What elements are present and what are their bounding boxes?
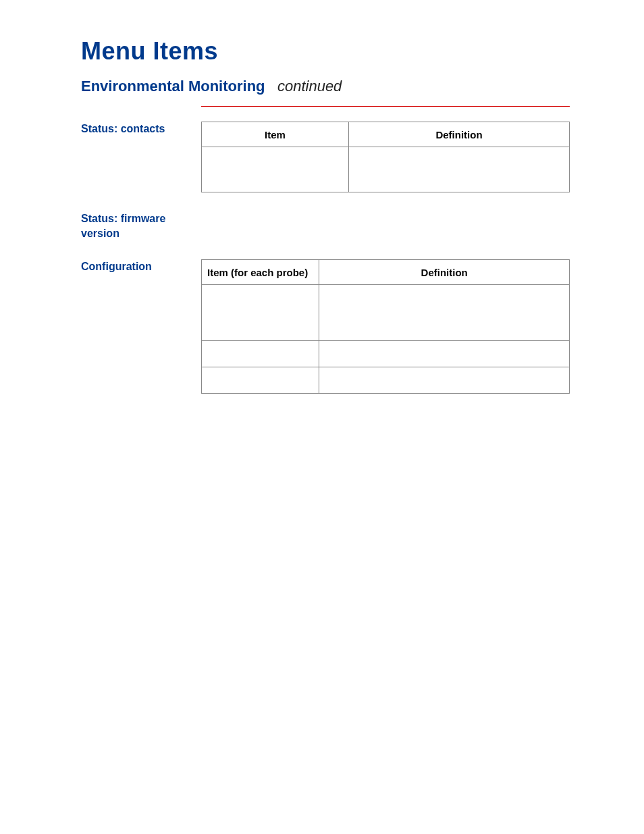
cell-definition — [319, 341, 570, 367]
table-header-row: Item Definition — [202, 122, 570, 147]
cell-definition — [319, 367, 570, 394]
col-header-item: Item (for each probe) — [202, 260, 319, 285]
group-content-configuration: Item (for each probe) Definition — [201, 259, 570, 394]
cell-definition — [349, 147, 570, 192]
col-header-item: Item — [202, 122, 349, 147]
group-label-status-firmware: Status: firmware version — [81, 211, 201, 240]
col-header-definition: Definition — [319, 260, 570, 285]
cell-definition — [319, 285, 570, 341]
col-header-definition: Definition — [349, 122, 570, 147]
cell-item — [202, 367, 319, 394]
page: Menu Items Environmental Monitoring cont… — [0, 0, 644, 394]
table-row — [202, 367, 570, 394]
configuration-table: Item (for each probe) Definition — [201, 259, 570, 394]
cell-item — [202, 147, 349, 192]
section-suffix: continued — [277, 78, 342, 95]
page-title: Menu Items — [81, 37, 570, 66]
group-status-contacts: Status: contacts Item Definition — [81, 122, 570, 192]
section-title: Environmental Monitoring — [81, 78, 265, 95]
group-status-firmware: Status: firmware version — [81, 211, 570, 240]
group-content-status-contacts: Item Definition — [201, 122, 570, 192]
table-header-row: Item (for each probe) Definition — [202, 260, 570, 285]
cell-item — [202, 285, 319, 341]
group-label-status-contacts: Status: contacts — [81, 122, 201, 136]
cell-item — [202, 341, 319, 367]
group-label-configuration: Configuration — [81, 259, 201, 274]
section-header: Environmental Monitoring continued — [81, 78, 570, 95]
table-row — [202, 285, 570, 341]
group-configuration: Configuration Item (for each probe) Defi… — [81, 259, 570, 394]
table-row — [202, 341, 570, 367]
table-row — [202, 147, 570, 192]
rule-divider — [201, 106, 570, 107]
status-contacts-table: Item Definition — [201, 122, 570, 192]
